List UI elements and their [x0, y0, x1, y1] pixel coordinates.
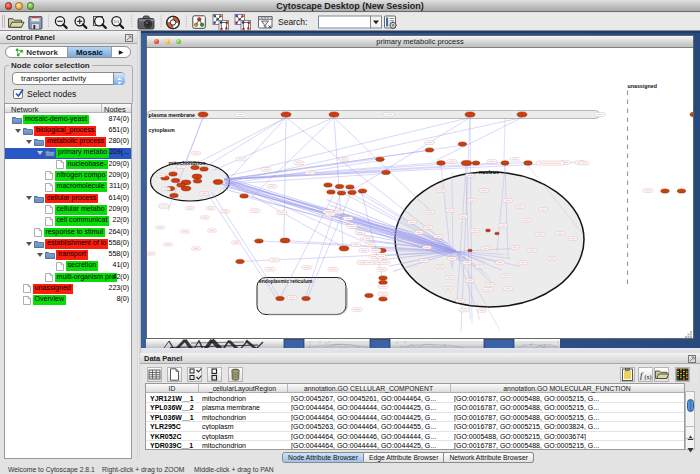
svg-text:(x): (x)	[645, 374, 652, 381]
svg-text:plasma membrane: plasma membrane	[149, 112, 196, 118]
svg-text:f: f	[640, 370, 644, 380]
svg-text:1:1: 1:1	[114, 19, 120, 24]
svg-text:Search:: Search:	[278, 17, 307, 27]
svg-text:nucleus: nucleus	[479, 169, 499, 175]
svg-text:cytoplasm: cytoplasm	[149, 126, 175, 132]
svg-text:unassigned: unassigned	[628, 83, 657, 89]
svg-text:endoplasmic reticulum: endoplasmic reticulum	[259, 279, 313, 284]
svg-text:mitochondrion: mitochondrion	[168, 159, 205, 165]
